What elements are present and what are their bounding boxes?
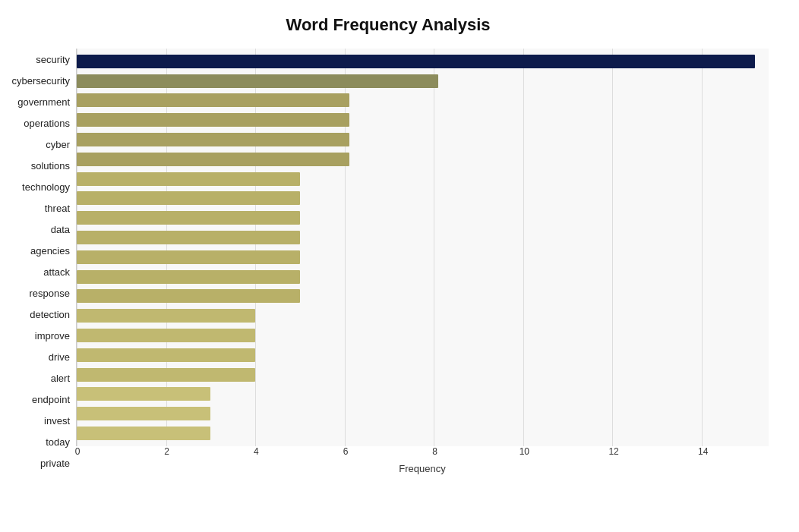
bar-row — [77, 288, 769, 304]
y-label: improve — [35, 326, 70, 346]
x-axis-title: Frequency — [76, 463, 769, 474]
bar-row — [77, 386, 769, 402]
bar — [77, 113, 349, 127]
y-label: response — [30, 284, 70, 304]
y-label: technology — [22, 177, 70, 197]
y-label: data — [51, 219, 70, 239]
y-label: private — [40, 454, 70, 474]
bar — [77, 191, 300, 205]
bar — [77, 407, 210, 420]
bar — [77, 309, 255, 323]
y-label: operations — [24, 113, 70, 133]
chart-area: securitycybersecuritygovernmentoperation… — [8, 49, 769, 474]
bar — [77, 250, 300, 264]
grid-and-bars — [76, 49, 769, 446]
bar-row — [77, 229, 769, 246]
bar — [77, 427, 210, 440]
y-label: detection — [30, 305, 70, 325]
y-label: cybersecurity — [11, 71, 70, 90]
bar-row — [77, 92, 769, 109]
bar — [77, 133, 349, 146]
y-label: solutions — [31, 156, 70, 175]
bar-row — [77, 151, 769, 168]
bar-row — [77, 53, 769, 70]
bar — [77, 55, 755, 68]
bar — [77, 153, 349, 166]
bar — [77, 387, 210, 401]
bar — [77, 211, 300, 225]
x-tick-label: 8 — [428, 446, 443, 457]
x-tick-label: 10 — [516, 446, 532, 457]
x-tick-label: 0 — [70, 446, 85, 457]
y-label: agencies — [30, 241, 70, 260]
y-label: endpoint — [32, 390, 70, 410]
bar — [77, 270, 300, 284]
bar-row — [77, 131, 769, 148]
bar-row — [77, 405, 769, 422]
bar-row — [77, 249, 769, 266]
chart-title: Word Frequency Analysis — [8, 15, 769, 35]
bars-wrapper — [77, 49, 769, 446]
y-label: today — [46, 433, 70, 452]
bar-row — [77, 269, 769, 285]
bar — [77, 74, 438, 88]
bar — [77, 368, 255, 382]
bar — [77, 93, 349, 107]
x-tick-label: 6 — [338, 446, 353, 457]
bar-row — [77, 327, 769, 344]
y-labels: securitycybersecuritygovernmentoperation… — [8, 49, 76, 474]
x-axis-labels: 02468101214 — [76, 446, 769, 461]
bar-row — [77, 425, 769, 442]
bar-row — [77, 171, 769, 187]
y-label: drive — [49, 348, 70, 367]
bar-row — [77, 307, 769, 324]
bar — [77, 231, 300, 244]
bar-row — [77, 367, 769, 383]
bar-row — [77, 112, 769, 128]
chart-container: Word Frequency Analysis securitycybersec… — [0, 0, 799, 532]
bar-row — [77, 347, 769, 364]
bar-row — [77, 190, 769, 206]
y-label: alert — [51, 369, 70, 389]
x-tick-label: 14 — [696, 446, 711, 457]
x-tick-label: 4 — [248, 446, 264, 457]
y-label: government — [17, 92, 70, 112]
bars-and-grid: 02468101214 Frequency — [76, 49, 769, 474]
x-tick-label: 12 — [606, 446, 621, 457]
x-tick-label: 2 — [159, 446, 175, 457]
y-label: security — [36, 49, 70, 69]
y-label: cyber — [46, 134, 70, 154]
bar-row — [77, 73, 769, 90]
bar-row — [77, 209, 769, 226]
y-label: threat — [45, 198, 70, 218]
bar — [77, 348, 255, 362]
y-label: attack — [43, 262, 70, 282]
bar — [77, 289, 300, 303]
y-label: invest — [44, 411, 70, 431]
bar — [77, 329, 255, 342]
bar — [77, 172, 300, 186]
